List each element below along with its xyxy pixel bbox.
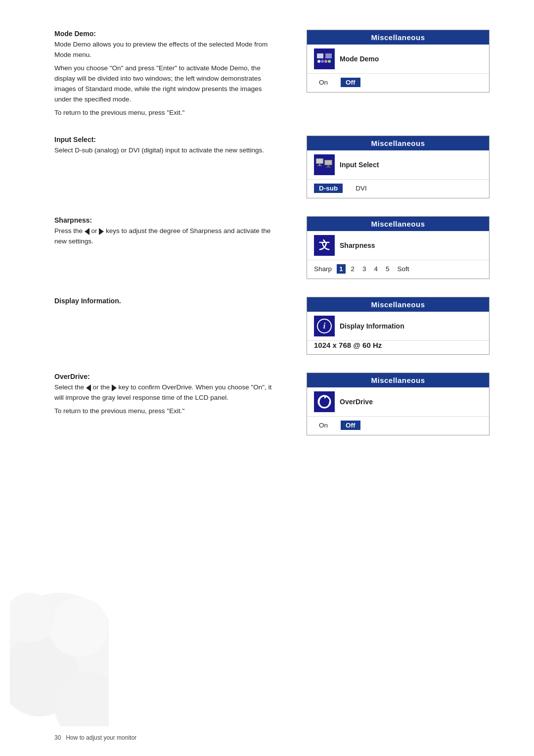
svg-rect-5 [317, 53, 323, 58]
sharpness-title: Sharpness: [54, 216, 277, 224]
input-select-options: D-sub DVI [307, 180, 489, 198]
right-arrow-icon [99, 228, 104, 235]
input-select-option-dsub[interactable]: D-sub [314, 184, 343, 193]
footer-page-num: 30 [54, 734, 61, 741]
overdrive-body: Select the or the key to confirm OverDri… [54, 382, 277, 417]
display-info-section: Display Information. Miscellaneous i Dis… [54, 297, 494, 355]
sharp-val-4[interactable]: 4 [372, 264, 381, 274]
input-select-panel: Miscellaneous [307, 136, 490, 198]
input-select-panel-header: Miscellaneous [307, 136, 489, 150]
svg-point-4 [54, 672, 109, 726]
mode-demo-panel-header: Miscellaneous [307, 30, 489, 45]
mode-demo-option-on[interactable]: On [314, 78, 333, 87]
svg-rect-6 [325, 53, 332, 58]
display-info-value: 1024 x 768 @ 60 Hz [307, 341, 489, 354]
input-select-title: Input Select: [54, 136, 277, 143]
sharpness-left: Sharpness: Press the or keys to adjust t… [54, 216, 287, 279]
mode-demo-icon [316, 50, 333, 67]
svg-rect-16 [325, 160, 332, 165]
sharpness-icon: 文 [319, 238, 330, 253]
display-info-icon-row: i Display Information [307, 312, 489, 341]
input-select-panel-col: Miscellaneous [307, 136, 494, 198]
overdrive-panel-header: Miscellaneous [307, 373, 489, 387]
svg-rect-17 [327, 165, 329, 167]
input-select-icon [315, 156, 333, 174]
overdrive-option-on[interactable]: On [314, 421, 333, 430]
display-info-item-label: Display Information [340, 322, 404, 330]
sharpness-values-row: Sharp 1 2 3 4 5 Soft [307, 260, 489, 279]
sharp-val-3[interactable]: 3 [360, 264, 369, 274]
page-footer: 30 How to adjust your monitor [54, 734, 136, 741]
sharp-val-5[interactable]: 5 [383, 264, 392, 274]
sharp-val-1[interactable]: 1 [337, 264, 346, 274]
sharpness-para-1: Press the or keys to adjust the degree o… [54, 226, 277, 247]
left-arrow-icon [85, 228, 89, 235]
mode-demo-title: Mode Demo: [54, 30, 277, 38]
mode-demo-para-3: To return to the previous menu, press "E… [54, 108, 277, 118]
svg-point-0 [10, 593, 109, 711]
input-select-para-1: Select D-sub (analog) or DVI (digital) i… [54, 145, 277, 156]
mode-demo-option-off[interactable]: Off [341, 78, 360, 87]
sharp-label: Sharp [314, 265, 332, 273]
display-info-panel-col: Miscellaneous i Display Information 1024… [307, 297, 494, 355]
overdrive-section: OverDrive: Select the or the key to conf… [54, 373, 494, 435]
svg-point-1 [10, 637, 79, 716]
mode-demo-item-label: Mode Demo [340, 55, 379, 63]
svg-point-9 [324, 60, 327, 63]
display-info-icon-box: i [314, 316, 335, 336]
input-select-icon-row: Input Select [307, 150, 489, 180]
right-arrow-icon-2 [112, 384, 117, 391]
sharpness-panel-header: Miscellaneous [307, 217, 489, 231]
svg-rect-14 [317, 165, 322, 166]
overdrive-panel-col: Miscellaneous OverDrive On [307, 373, 494, 435]
sharpness-icon-box: 文 [314, 235, 335, 256]
overdrive-option-off[interactable]: Off [341, 421, 360, 430]
page: Mode Demo: Mode Demo allows you to previ… [0, 0, 534, 756]
sharpness-item-label: Sharpness [340, 241, 375, 249]
display-info-panel-header: Miscellaneous [307, 297, 489, 312]
input-select-section: Input Select: Select D-sub (analog) or D… [54, 136, 494, 198]
input-select-icon-box [314, 154, 335, 175]
svg-rect-12 [316, 159, 323, 163]
sharpness-section: Sharpness: Press the or keys to adjust t… [54, 216, 494, 279]
mode-demo-body: Mode Demo allows you to preview the effe… [54, 40, 277, 118]
background-decoration [10, 578, 109, 726]
display-info-panel: Miscellaneous i Display Information 1024… [307, 297, 490, 355]
display-info-left: Display Information. [54, 297, 287, 355]
svg-rect-13 [319, 164, 320, 165]
input-select-item-label: Input Select [340, 161, 379, 169]
overdrive-panel: Miscellaneous OverDrive On [307, 373, 490, 435]
display-info-title: Display Information. [54, 297, 277, 305]
mode-demo-options: On Off [307, 74, 489, 92]
svg-point-8 [321, 60, 324, 63]
input-select-left: Input Select: Select D-sub (analog) or D… [54, 136, 287, 198]
sharpness-panel-col: Miscellaneous 文 Sharpness Sharp 1 2 3 4 … [307, 216, 494, 279]
overdrive-icon-row: OverDrive [307, 387, 489, 417]
svg-point-3 [10, 593, 54, 642]
mode-demo-para-1: Mode Demo allows you to preview the effe… [54, 40, 277, 60]
footer-text: How to adjust your monitor [66, 734, 136, 741]
overdrive-options: On Off [307, 417, 489, 435]
overdrive-para-2: To return to the previous menu, press "E… [54, 406, 277, 417]
sharp-val-2[interactable]: 2 [349, 264, 357, 274]
overdrive-item-label: OverDrive [340, 398, 373, 406]
info-icon: i [317, 319, 332, 333]
sharpness-panel: Miscellaneous 文 Sharpness Sharp 1 2 3 4 … [307, 216, 490, 279]
sharpness-body: Press the or keys to adjust the degree o… [54, 226, 277, 247]
mode-demo-icon-box [314, 48, 335, 69]
svg-point-7 [317, 60, 320, 63]
input-select-option-dvi[interactable]: DVI [351, 184, 372, 193]
overdrive-left: OverDrive: Select the or the key to conf… [54, 373, 287, 435]
overdrive-icon [316, 393, 333, 410]
mode-demo-icon-row: Mode Demo [307, 45, 489, 74]
sharp-val-soft[interactable]: Soft [395, 264, 412, 274]
overdrive-title: OverDrive: [54, 373, 277, 380]
mode-demo-para-2: When you choose "On" and press "Enter" t… [54, 63, 277, 105]
mode-demo-panel-col: Miscellaneous Mode Demo [307, 30, 494, 118]
overdrive-icon-box [314, 391, 335, 412]
sharpness-icon-row: 文 Sharpness [307, 231, 489, 260]
svg-point-10 [328, 60, 331, 63]
svg-rect-18 [326, 167, 331, 168]
overdrive-para-1: Select the or the key to confirm OverDri… [54, 382, 277, 403]
mode-demo-section: Mode Demo: Mode Demo allows you to previ… [54, 30, 494, 118]
